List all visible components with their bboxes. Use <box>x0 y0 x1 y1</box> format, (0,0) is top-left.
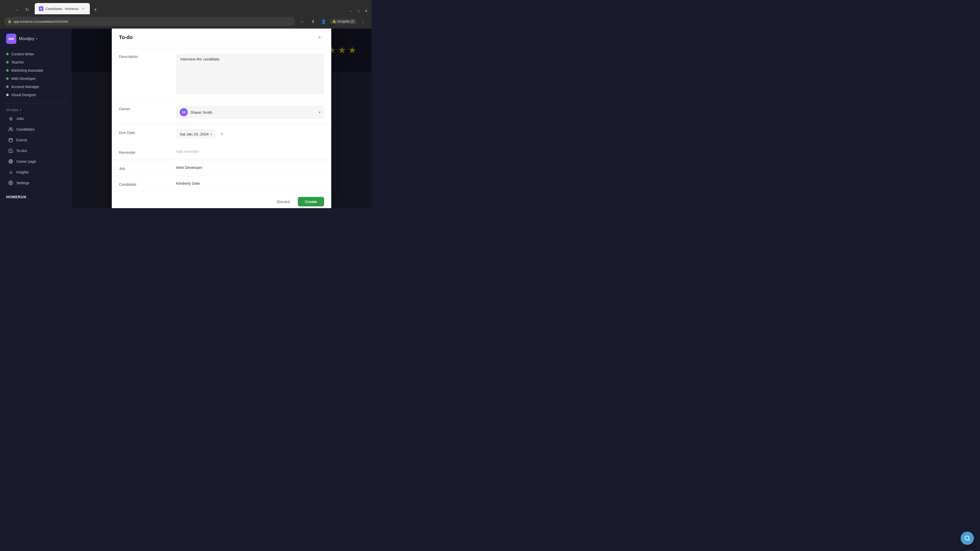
nav-back[interactable]: ← <box>2 5 11 14</box>
job-label: Visual Designer <box>11 93 36 97</box>
user-avatar: MM <box>6 34 16 44</box>
owner-select[interactable]: SS Shane Smith ▾ <box>176 106 324 119</box>
candidates-label: Candidates <box>16 127 35 131</box>
date-select[interactable]: Sat Jan 20, 2024 ▾ <box>176 129 216 139</box>
tab-bar: ← → ↻ H Candidates · Homerun ✕ + – □ ✕ <box>0 0 372 14</box>
job-label: Job <box>119 165 170 171</box>
job-dot <box>6 69 9 72</box>
job-dot <box>6 94 9 96</box>
reminder-row: Reminder Add reminder <box>112 144 331 160</box>
reminder-content: Add reminder <box>176 149 324 154</box>
candidate-content: Kimberly Dale <box>176 181 324 186</box>
company-name[interactable]: Moodjoy ▾ <box>19 37 37 41</box>
candidate-value: Kimberly Dale <box>176 181 200 186</box>
window-minimize[interactable]: – <box>348 8 354 14</box>
due-date-row: Due Date Sat Jan 20, 2024 ▾ ✕ <box>112 124 331 144</box>
sidebar-item-todos[interactable]: To-dos <box>2 146 69 156</box>
owner-row: Owner SS Shane Smith ▾ <box>112 100 331 124</box>
nav-refresh[interactable]: ↻ <box>22 5 32 14</box>
company-chevron-icon: ▾ <box>36 37 37 41</box>
due-date-label: Due Date <box>119 129 170 135</box>
reminder-add[interactable]: Add reminder <box>176 149 199 154</box>
lock-icon: 🔒 <box>8 20 11 23</box>
tab-close-button[interactable]: ✕ <box>81 6 86 11</box>
job-value: Web Developer <box>176 165 202 170</box>
jobs-icon: ⊞ <box>8 116 13 121</box>
candidate-label: Candidate <box>119 181 170 186</box>
date-clear-button[interactable]: ✕ <box>218 130 225 138</box>
job-dot <box>6 61 9 64</box>
bookmark-button[interactable]: ☆ <box>298 17 307 26</box>
job-dot <box>6 77 9 80</box>
job-label: Teacher <box>11 60 24 64</box>
todos-icon <box>8 148 13 153</box>
jobs-label: Jobs <box>16 117 24 121</box>
active-tab[interactable]: H Candidates · Homerun ✕ <box>35 3 90 14</box>
due-date-value: Sat Jan 20, 2024 <box>180 132 208 136</box>
modal-title: To-do <box>119 35 133 40</box>
incognito-badge: 🕵 Incognito (2) <box>330 19 357 24</box>
menu-button[interactable]: ⋮ <box>358 17 368 26</box>
incognito-icon: 🕵 <box>332 20 336 23</box>
job-label: Web Developer <box>11 76 36 81</box>
window-maximize[interactable]: □ <box>355 8 362 14</box>
sidebar-job-content-writer[interactable]: Content Writer <box>3 50 68 58</box>
settings-icon <box>8 180 13 186</box>
sidebar-item-career-page[interactable]: Career page <box>2 156 69 167</box>
browser-actions: ☆ ⬇ 👤 🕵 Incognito (2) ⋮ <box>298 17 368 26</box>
modal-body: Description Owner SS <box>112 48 331 192</box>
tab-favicon: H <box>39 6 43 11</box>
section-chevron-icon: ▾ <box>20 108 21 111</box>
profile-button[interactable]: 👤 <box>319 17 328 26</box>
window-close[interactable]: ✕ <box>363 8 369 14</box>
sidebar-item-jobs[interactable]: ⊞ Jobs <box>2 114 69 124</box>
owner-avatar: SS <box>180 108 188 116</box>
sidebar-job-account-manager[interactable]: Account Manager <box>3 83 68 91</box>
url-bar[interactable]: 🔒 app.homerun.co/candidates/5425494 <box>4 17 295 26</box>
sidebar-homerun-logo: HOMERUN <box>0 191 72 203</box>
sidebar-job-teacher[interactable]: Teacher <box>3 58 68 66</box>
sidebar-job-marketing-associate[interactable]: Marketing Associate <box>3 66 68 75</box>
due-date-content: Sat Jan 20, 2024 ▾ ✕ <box>176 129 324 139</box>
events-label: Events <box>16 138 27 142</box>
modal-header: To-do × <box>112 29 331 48</box>
browser-chrome: ← → ↻ H Candidates · Homerun ✕ + – □ ✕ 🔒… <box>0 0 372 29</box>
tab-title: Candidates · Homerun <box>45 7 79 11</box>
main-content: ★ ★ ★ ★ To-do × Description <box>72 29 372 208</box>
sidebar-item-events[interactable]: Events <box>2 135 69 145</box>
sidebar-job-visual-designer[interactable]: Visual Designer <box>3 91 68 99</box>
todo-modal: To-do × Description Owner <box>112 29 331 208</box>
description-textarea[interactable] <box>176 53 324 94</box>
sidebar-item-insights[interactable]: Insights <box>2 167 69 177</box>
modal-close-button[interactable]: × <box>315 33 324 42</box>
job-content: Web Developer <box>176 165 324 170</box>
date-chevron-icon: ▾ <box>210 132 212 136</box>
create-button[interactable]: Create <box>298 197 324 206</box>
job-label: Marketing Associate <box>11 68 43 73</box>
insights-label: Insights <box>16 170 29 174</box>
job-list: Content Writer Teacher Marketing Associa… <box>0 49 72 100</box>
owner-name: Shane Smith <box>190 110 212 114</box>
svg-rect-1 <box>9 138 13 142</box>
address-bar: 🔒 app.homerun.co/candidates/5425494 ☆ ⬇ … <box>0 14 372 29</box>
url-text: app.homerun.co/candidates/5425494 <box>14 20 68 24</box>
app-container: MM Moodjoy ▾ Content Writer Teacher Mark… <box>0 29 372 208</box>
candidate-row: Candidate Kimberly Dale <box>112 176 331 192</box>
owner-label: Owner <box>119 106 170 111</box>
nav-forward[interactable]: → <box>12 5 21 14</box>
sidebar-divider <box>4 103 67 103</box>
job-dot <box>6 86 9 88</box>
owner-left: SS Shane Smith <box>180 108 212 116</box>
reminder-label: Reminder <box>119 149 170 155</box>
user-initials: MM <box>8 37 14 41</box>
sidebar-item-candidates[interactable]: Candidates <box>2 124 69 135</box>
sidebar-item-settings[interactable]: Settings <box>2 178 69 188</box>
svg-point-10 <box>10 183 11 184</box>
new-tab-button[interactable]: + <box>91 5 100 14</box>
description-row: Description <box>112 48 331 100</box>
discard-button[interactable]: Discard <box>272 197 295 206</box>
download-button[interactable]: ⬇ <box>308 17 318 26</box>
sidebar-job-web-developer[interactable]: Web Developer <box>3 75 68 83</box>
job-dot <box>6 53 9 56</box>
insights-icon <box>8 170 13 175</box>
